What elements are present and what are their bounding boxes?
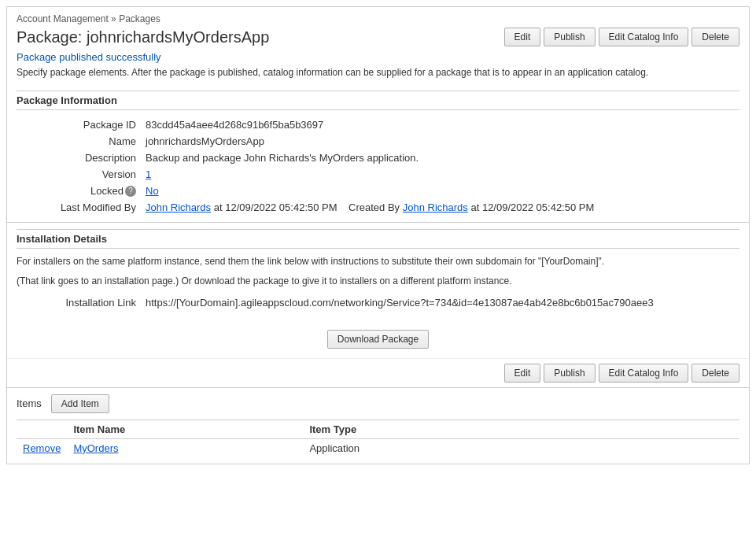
bottom-delete-button[interactable]: Delete (691, 364, 739, 383)
breadcrumb-current: Packages (119, 13, 160, 24)
top-publish-button[interactable]: Publish (544, 28, 595, 46)
installation-link-label: Installation Link (17, 294, 142, 311)
items-table: Item Name Item Type Remove MyOrders Appl… (17, 420, 739, 457)
page-title: Package: johnrichardsMyOrdersApp (17, 28, 269, 46)
version-value: 1 (142, 166, 739, 183)
success-message: Package published successfully (17, 51, 739, 63)
col-header-item-name: Item Name (67, 420, 303, 438)
created-by-user-link[interactable]: John Richards (403, 201, 468, 213)
bottom-edit-catalog-button[interactable]: Edit Catalog Info (599, 364, 689, 383)
items-section: Items Add Item Item Name Item Type Remov… (7, 388, 749, 464)
bottom-button-group: Edit Publish Edit Catalog Info Delete (7, 358, 749, 387)
package-info-table: Package ID 83cdd45a4aee4d268c91b6f5ba5b3… (17, 116, 739, 216)
name-label: Name (17, 133, 142, 150)
bottom-publish-button[interactable]: Publish (544, 364, 595, 383)
installation-intro-1: For installers on the same platform inst… (17, 255, 739, 268)
top-edit-button[interactable]: Edit (504, 28, 541, 46)
breadcrumb-parent: Account Management (17, 13, 109, 24)
last-modified-at: at 12/09/2022 05:42:50 PM (214, 201, 337, 213)
remove-link[interactable]: Remove (23, 442, 61, 454)
locked-label: Locked? (17, 183, 142, 200)
top-delete-button[interactable]: Delete (691, 28, 739, 46)
locked-help-icon[interactable]: ? (125, 186, 136, 197)
col-header-item-type: Item Type (303, 420, 739, 438)
package-id-value: 83cdd45a4aee4d268c91b6f5ba5b3697 (142, 116, 739, 133)
intro-text: Specify package elements. After the pack… (17, 66, 739, 79)
top-button-group: Edit Publish Edit Catalog Info Delete (504, 28, 739, 46)
bottom-edit-button[interactable]: Edit (504, 364, 541, 383)
item-type-cell: Application (303, 438, 739, 457)
download-package-button[interactable]: Download Package (327, 330, 429, 349)
locked-value: No (142, 183, 739, 200)
package-info-section-header: Package Information (17, 91, 739, 110)
version-link[interactable]: 1 (146, 168, 151, 180)
version-label: Version (17, 166, 142, 183)
name-value: johnrichardsMyOrdersApp (142, 133, 739, 150)
description-label: Description (17, 150, 142, 166)
last-modified-user-link[interactable]: John Richards (146, 201, 211, 213)
download-section: Download Package (7, 317, 749, 358)
locked-link[interactable]: No (146, 185, 159, 197)
installation-link-value: https://[YourDomain].agileappscloud.com/… (142, 294, 739, 311)
top-edit-catalog-button[interactable]: Edit Catalog Info (599, 28, 689, 46)
items-label: Items (17, 397, 42, 409)
breadcrumb-separator: » (111, 13, 116, 24)
item-name-cell: MyOrders (67, 438, 303, 457)
breadcrumb: Account Management » Packages (17, 13, 739, 24)
add-item-button[interactable]: Add Item (51, 394, 109, 413)
created-by-at: at 12/09/2022 05:42:50 PM (470, 201, 594, 213)
installation-intro-2: (That link goes to an installation page.… (17, 275, 739, 288)
last-modified-label: Last Modified By (17, 199, 142, 216)
package-id-label: Package ID (17, 116, 142, 133)
created-by-text: Created By (348, 201, 400, 213)
installation-link-table: Installation Link https://[YourDomain].a… (17, 294, 739, 311)
col-header-remove (17, 420, 67, 438)
remove-cell: Remove (17, 438, 67, 457)
installation-section-header: Installation Details (17, 229, 739, 249)
table-row: Remove MyOrders Application (17, 438, 739, 457)
item-name-link[interactable]: MyOrders (73, 442, 118, 454)
description-value: Backup and package John Richards's MyOrd… (142, 150, 739, 166)
last-modified-value: John Richards at 12/09/2022 05:42:50 PM … (142, 199, 739, 216)
